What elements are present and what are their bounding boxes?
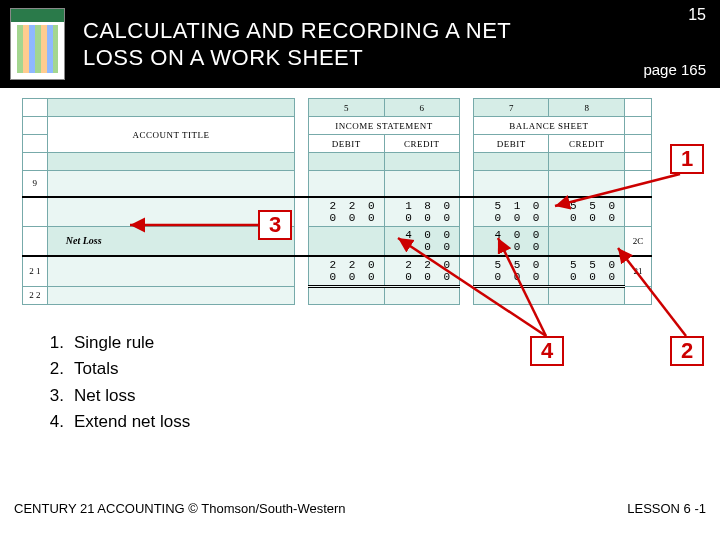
rownum-2c: 2C [625,226,652,256]
step-1-text: Single rule [74,330,154,356]
cell-r1-c2: 5 5 0 0 0 0 [549,197,625,227]
cell-r1-c1: 1 8 0 0 0 0 [384,197,460,227]
sub-debit-1: DEBIT [308,135,384,153]
cell-r2-c1: 4 0 0 0 0 [384,226,460,256]
col-num-5: 5 [308,99,384,117]
title-line-2: LOSS ON A WORK SHEET [83,44,511,72]
col-num-8: 8 [549,99,625,117]
step-2-num: 2. [40,356,64,382]
cell-r3-c2: 5 5 0 0 0 0 [549,256,625,287]
slide-footer: CENTURY 21 ACCOUNTING © Thomson/South-We… [14,501,706,516]
title-block: CALCULATING AND RECORDING A NET LOSS ON … [83,17,511,72]
step-3-text: Net loss [74,383,135,409]
footer-left: CENTURY 21 ACCOUNTING © Thomson/South-We… [14,501,346,516]
worksheet-table: 5 6 7 8 ACCOUNT TITLE INCOME STATEMENT B… [22,98,652,305]
cell-r2-d2: 4 0 0 0 0 [473,226,549,256]
step-2: 2.Totals [40,356,190,382]
hdr-balance-sheet: BALANCE SHEET [473,117,624,135]
sub-credit-1: CREDIT [384,135,460,153]
callout-4: 4 [530,336,564,366]
hdr-account-title: ACCOUNT TITLE [47,117,294,153]
cell-r1-d2: 5 1 0 0 0 0 [473,197,549,227]
slide-header: CALCULATING AND RECORDING A NET LOSS ON … [0,0,720,88]
callout-1: 1 [670,144,704,174]
page-reference: page 165 [643,61,706,78]
callout-3: 3 [258,210,292,240]
rownum-21: 2 1 [23,256,48,287]
step-4-num: 4. [40,409,64,435]
col-num-7: 7 [473,99,549,117]
rownum-22: 2 2 [23,286,48,304]
step-1-num: 1. [40,330,64,356]
title-line-1: CALCULATING AND RECORDING A NET [83,17,511,45]
hdr-income-stmt: INCOME STATEMENT [308,117,459,135]
step-2-text: Totals [74,356,118,382]
cell-r3-d1: 2 2 0 0 0 0 [308,256,384,287]
cell-title-0 [47,171,294,197]
sub-credit-2: CREDIT [549,135,625,153]
footer-right: LESSON 6 -1 [627,501,706,516]
slide-number: 15 [688,6,706,24]
cell-r3-d2: 5 5 0 0 0 0 [473,256,549,287]
step-4-text: Extend net loss [74,409,190,435]
step-3: 3.Net loss [40,383,190,409]
col-num-6: 6 [384,99,460,117]
rownum-21r: 21 [625,256,652,287]
callout-2: 2 [670,336,704,366]
book-cover-thumb [10,8,65,80]
cell-r3-c1: 2 2 0 0 0 0 [384,256,460,287]
step-3-num: 3. [40,383,64,409]
step-1: 1.Single rule [40,330,190,356]
sub-debit-2: DEBIT [473,135,549,153]
rownum-9: 9 [23,171,48,197]
cell-r1-d1: 2 2 0 0 0 0 [308,197,384,227]
steps-list: 1.Single rule 2.Totals 3.Net loss 4.Exte… [40,330,190,435]
step-4: 4.Extend net loss [40,409,190,435]
